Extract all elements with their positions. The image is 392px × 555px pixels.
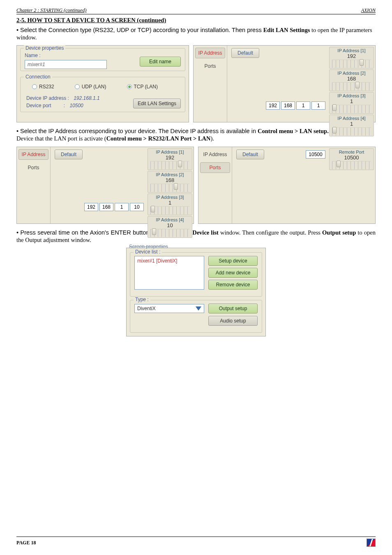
p2-a: • Select the IP Address corresponding to… xyxy=(16,128,258,134)
name-label: Name : xyxy=(25,53,107,58)
add-new-device-button[interactable]: Add new device xyxy=(208,268,258,278)
p2-b: Control menu > LAN setup. xyxy=(258,128,329,134)
edit-name-button[interactable]: Edit name xyxy=(140,57,181,67)
slider-thumb[interactable] xyxy=(178,161,182,167)
radio-udp-label: UDP (LAN) xyxy=(82,84,106,90)
page-header: Chapter 2 : STARTING (continued) AXION xyxy=(16,7,376,14)
paragraph-2: • Select the IP Address corresponding to… xyxy=(16,127,376,142)
chevron-down-icon xyxy=(196,306,201,311)
ip2-lbl: IP Address [2] xyxy=(150,172,190,177)
ip4-val: 10 xyxy=(150,222,190,228)
slider-thumb[interactable] xyxy=(151,206,155,212)
radio-rs232[interactable]: RS232 xyxy=(32,84,54,90)
connection-legend: Connection xyxy=(24,74,52,80)
section-title: 2-5. HOW TO SET A DEVICE TO A SCREEN (co… xyxy=(16,17,376,24)
header-right: AXION xyxy=(361,7,376,14)
ip-octet-2[interactable] xyxy=(281,101,295,110)
tab-ports[interactable]: Ports xyxy=(195,61,225,71)
ip-octet-4[interactable] xyxy=(130,203,144,211)
device-list-item[interactable]: mixer#1 [DiventiX] xyxy=(137,258,201,264)
slider-thumb[interactable] xyxy=(332,127,337,134)
ip3-lbl: IP Address [3] xyxy=(150,195,190,200)
slider-thumb[interactable] xyxy=(360,59,364,66)
dev-ip-label: Device IP address : xyxy=(26,95,69,101)
setup-device-button[interactable]: Setup device xyxy=(208,256,258,266)
device-list-legend: Device list : xyxy=(134,249,162,255)
tab-ports[interactable]: Ports xyxy=(18,162,48,173)
radio-udp[interactable]: UDP (LAN) xyxy=(75,84,106,90)
remote-port-lbl: Remote Port xyxy=(331,150,372,154)
slider-thumb[interactable] xyxy=(152,228,156,235)
default-button[interactable]: Default xyxy=(55,150,83,159)
ip1-val: 192 xyxy=(150,154,190,161)
ip-octet-4[interactable] xyxy=(311,101,325,110)
device-list[interactable]: mixer#1 [DiventiX] xyxy=(134,256,204,290)
tab-ip-address[interactable]: IP Address xyxy=(195,48,225,58)
p2-d: Control menu > RS232/LAN Port > LAN xyxy=(106,135,211,142)
slider-thumb[interactable] xyxy=(355,82,360,88)
ip1-lbl: IP Address [1] xyxy=(150,150,190,154)
radio-tcp-label: TCP (LAN) xyxy=(134,84,158,90)
devprops-legend: Device properties xyxy=(24,45,65,51)
type-legend: Type : xyxy=(134,297,150,302)
brand-logo-icon xyxy=(367,539,376,547)
ip4-val: 1 xyxy=(331,121,372,127)
audio-setup-button[interactable]: Audio setup xyxy=(208,316,258,326)
ip-address-panel-2: IP Address Ports Default IP Address [1]1… xyxy=(16,147,194,224)
dev-port-value: 10500 xyxy=(69,103,83,108)
p2-e: ). xyxy=(211,135,214,142)
ip-octet-1[interactable] xyxy=(266,101,280,110)
screen-properties-label: Screen properties xyxy=(129,244,168,249)
p3-b: Device list xyxy=(192,229,219,236)
edit-lan-settings-button[interactable]: Edit LAN Settings xyxy=(133,99,181,108)
ip-octet-1[interactable] xyxy=(84,203,98,211)
ip3-val: 1 xyxy=(331,98,372,104)
remote-port-val: 10500 xyxy=(331,154,372,161)
p3-d: Output setup xyxy=(322,229,356,236)
device-properties-panel: Device properties Name : mixer#1 Edit na… xyxy=(16,45,189,122)
page-footer: PAGE 18 xyxy=(16,537,376,547)
paragraph-1: • Select the Connection type (RS232, UDP… xyxy=(16,26,376,41)
dev-ip-value: 192.168.1.1 xyxy=(74,95,99,101)
ip1-val: 192 xyxy=(331,53,372,59)
default-button[interactable]: Default xyxy=(231,48,259,58)
ip-octet-3[interactable] xyxy=(296,101,310,110)
dev-port-label: Device port xyxy=(26,103,51,108)
name-input[interactable]: mixer#1 xyxy=(25,60,107,69)
type-dropdown[interactable]: DiventiX xyxy=(134,304,204,313)
slider-thumb[interactable] xyxy=(337,161,341,167)
ip4-lbl: IP Address [4] xyxy=(331,116,372,121)
slider-thumb[interactable] xyxy=(332,104,337,111)
slider-thumb[interactable] xyxy=(174,183,178,190)
p1-text-a: • Select the Connection type (RS232, UDP… xyxy=(16,27,263,33)
tab-ports[interactable]: Ports xyxy=(200,162,230,173)
radio-rs232-label: RS232 xyxy=(39,84,54,90)
ip-octet-3[interactable] xyxy=(115,203,129,211)
ip-octet-2[interactable] xyxy=(99,203,113,211)
tab-ip-address[interactable]: IP Address xyxy=(200,149,230,160)
default-button[interactable]: Default xyxy=(236,150,264,159)
ports-panel: IP Address Ports Default Remote Port1050… xyxy=(198,147,376,224)
paragraph-3: • Press several time on the Axion's ENTE… xyxy=(16,229,376,244)
output-setup-button[interactable]: Output setup xyxy=(208,304,258,313)
ip3-val: 1 xyxy=(150,200,190,206)
ip3-lbl: IP Address [3] xyxy=(331,93,372,98)
device-list-panel: Screen properties Device list : mixer#1 … xyxy=(126,248,266,336)
tab-ip-address[interactable]: IP Address xyxy=(18,149,48,160)
ip2-lbl: IP Address [2] xyxy=(331,71,372,76)
radio-tcp[interactable]: TCP (LAN) xyxy=(127,84,158,90)
page-number: PAGE 18 xyxy=(16,540,36,546)
ip-address-panel-1: IP Address Ports Default IP Address [1]1… xyxy=(193,45,376,122)
ip2-val: 168 xyxy=(331,76,372,82)
port-input[interactable] xyxy=(306,150,325,159)
header-left: Chapter 2 : STARTING (continued) xyxy=(16,7,86,14)
type-value: DiventiX xyxy=(137,306,156,311)
ip2-val: 168 xyxy=(150,177,190,183)
p3-c: window. Then configure the output. Press xyxy=(219,229,322,236)
ip4-lbl: IP Address [4] xyxy=(150,217,190,222)
p1-bold: Edit LAN Settings xyxy=(263,27,310,33)
ip1-lbl: IP Address [1] xyxy=(331,48,372,53)
remove-device-button[interactable]: Remove device xyxy=(208,280,258,290)
